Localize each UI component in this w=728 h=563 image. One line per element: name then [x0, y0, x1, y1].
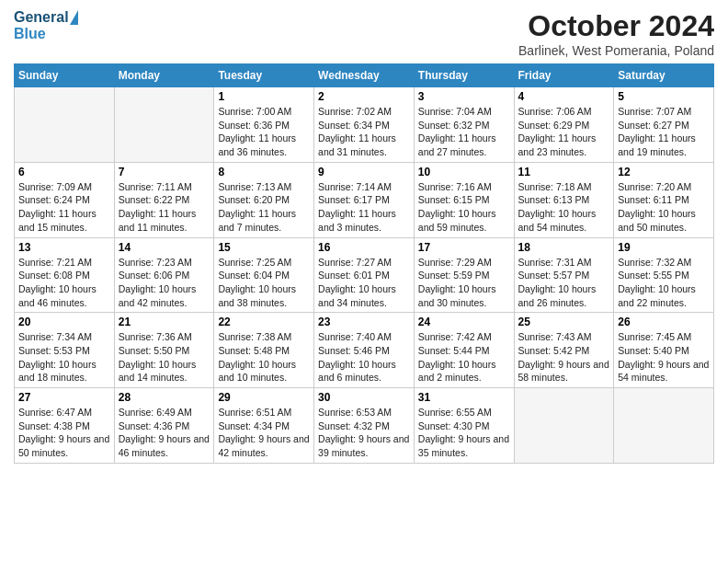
calendar-cell: [614, 388, 714, 464]
logo-general: General: [14, 9, 69, 26]
day-number: 30: [318, 391, 410, 404]
day-number: 26: [618, 316, 710, 328]
title-section: October 2024 Barlinek, West Pomerania, P…: [518, 9, 714, 58]
day-number: 18: [518, 241, 610, 254]
calendar-cell: 7Sunrise: 7:11 AM Sunset: 6:22 PM Daylig…: [114, 162, 214, 237]
day-info: Sunrise: 7:25 AM Sunset: 6:04 PM Dayligh…: [218, 256, 310, 310]
logo-triangle-icon: [70, 10, 78, 25]
weekday-header-saturday: Saturday: [614, 64, 714, 87]
day-info: Sunrise: 7:29 AM Sunset: 5:59 PM Dayligh…: [418, 256, 510, 310]
day-number: 10: [418, 166, 510, 178]
day-info: Sunrise: 7:34 AM Sunset: 5:53 PM Dayligh…: [18, 330, 110, 385]
calendar-cell: [15, 87, 115, 163]
calendar-cell: [114, 87, 214, 163]
day-info: Sunrise: 7:14 AM Sunset: 6:17 PM Dayligh…: [318, 180, 410, 235]
calendar-cell: 13Sunrise: 7:21 AM Sunset: 6:08 PM Dayli…: [15, 237, 115, 313]
day-number: 3: [418, 90, 510, 103]
day-info: Sunrise: 7:02 AM Sunset: 6:34 PM Dayligh…: [318, 105, 410, 159]
calendar-week-3: 13Sunrise: 7:21 AM Sunset: 6:08 PM Dayli…: [15, 237, 714, 313]
calendar-cell: 25Sunrise: 7:43 AM Sunset: 5:42 PM Dayli…: [514, 313, 614, 388]
day-info: Sunrise: 7:09 AM Sunset: 6:24 PM Dayligh…: [18, 180, 110, 235]
day-info: Sunrise: 7:00 AM Sunset: 6:36 PM Dayligh…: [218, 105, 310, 159]
day-number: 14: [119, 241, 210, 254]
calendar-cell: 2Sunrise: 7:02 AM Sunset: 6:34 PM Daylig…: [314, 87, 415, 163]
calendar-week-2: 6Sunrise: 7:09 AM Sunset: 6:24 PM Daylig…: [15, 162, 714, 237]
calendar-cell: 4Sunrise: 7:06 AM Sunset: 6:29 PM Daylig…: [514, 87, 614, 163]
day-number: 1: [218, 90, 310, 103]
calendar-cell: 10Sunrise: 7:16 AM Sunset: 6:15 PM Dayli…: [414, 162, 514, 237]
day-number: 8: [218, 166, 310, 178]
calendar-cell: 23Sunrise: 7:40 AM Sunset: 5:46 PM Dayli…: [314, 313, 415, 388]
day-info: Sunrise: 7:13 AM Sunset: 6:20 PM Dayligh…: [218, 180, 310, 235]
day-info: Sunrise: 7:27 AM Sunset: 6:01 PM Dayligh…: [318, 256, 410, 310]
day-info: Sunrise: 7:38 AM Sunset: 5:48 PM Dayligh…: [218, 330, 310, 385]
calendar-cell: 15Sunrise: 7:25 AM Sunset: 6:04 PM Dayli…: [214, 237, 314, 313]
day-number: 4: [518, 90, 610, 103]
calendar-cell: 12Sunrise: 7:20 AM Sunset: 6:11 PM Dayli…: [614, 162, 714, 237]
day-info: Sunrise: 6:55 AM Sunset: 4:30 PM Dayligh…: [418, 406, 510, 460]
day-info: Sunrise: 6:53 AM Sunset: 4:32 PM Dayligh…: [318, 406, 410, 460]
calendar-cell: 11Sunrise: 7:18 AM Sunset: 6:13 PM Dayli…: [514, 162, 614, 237]
calendar-cell: 17Sunrise: 7:29 AM Sunset: 5:59 PM Dayli…: [414, 237, 514, 313]
weekday-header-friday: Friday: [514, 64, 614, 87]
calendar-table: SundayMondayTuesdayWednesdayThursdayFrid…: [14, 63, 714, 464]
day-number: 11: [518, 166, 610, 178]
day-info: Sunrise: 7:42 AM Sunset: 5:44 PM Dayligh…: [418, 330, 510, 385]
day-info: Sunrise: 7:20 AM Sunset: 6:11 PM Dayligh…: [618, 180, 710, 235]
calendar-cell: 26Sunrise: 7:45 AM Sunset: 5:40 PM Dayli…: [614, 313, 714, 388]
month-title: October 2024: [518, 9, 714, 43]
day-info: Sunrise: 7:16 AM Sunset: 6:15 PM Dayligh…: [418, 180, 510, 235]
day-number: 19: [618, 241, 710, 254]
day-info: Sunrise: 7:32 AM Sunset: 5:55 PM Dayligh…: [618, 256, 710, 310]
day-info: Sunrise: 7:40 AM Sunset: 5:46 PM Dayligh…: [318, 330, 410, 385]
day-number: 13: [18, 241, 110, 254]
day-number: 29: [218, 391, 310, 404]
calendar-week-1: 1Sunrise: 7:00 AM Sunset: 6:36 PM Daylig…: [15, 87, 714, 163]
day-number: 24: [418, 316, 510, 328]
weekday-header-tuesday: Tuesday: [214, 64, 314, 87]
day-info: Sunrise: 7:36 AM Sunset: 5:50 PM Dayligh…: [119, 330, 210, 385]
day-number: 6: [18, 166, 110, 178]
day-number: 22: [218, 316, 310, 328]
calendar-cell: 24Sunrise: 7:42 AM Sunset: 5:44 PM Dayli…: [414, 313, 514, 388]
day-number: 23: [318, 316, 410, 328]
day-info: Sunrise: 7:21 AM Sunset: 6:08 PM Dayligh…: [18, 256, 110, 310]
logo-blue: Blue: [14, 26, 46, 41]
day-info: Sunrise: 7:07 AM Sunset: 6:27 PM Dayligh…: [618, 105, 710, 159]
weekday-header-wednesday: Wednesday: [314, 64, 415, 87]
weekday-header-thursday: Thursday: [414, 64, 514, 87]
calendar-cell: 16Sunrise: 7:27 AM Sunset: 6:01 PM Dayli…: [314, 237, 415, 313]
day-info: Sunrise: 6:49 AM Sunset: 4:36 PM Dayligh…: [119, 406, 210, 460]
day-number: 15: [218, 241, 310, 254]
calendar-cell: 18Sunrise: 7:31 AM Sunset: 5:57 PM Dayli…: [514, 237, 614, 313]
calendar-cell: 3Sunrise: 7:04 AM Sunset: 6:32 PM Daylig…: [414, 87, 514, 163]
calendar-cell: 5Sunrise: 7:07 AM Sunset: 6:27 PM Daylig…: [614, 87, 714, 163]
calendar-cell: [514, 388, 614, 464]
day-number: 20: [18, 316, 110, 328]
day-number: 9: [318, 166, 410, 178]
calendar-cell: 1Sunrise: 7:00 AM Sunset: 6:36 PM Daylig…: [214, 87, 314, 163]
page-header: General Blue October 2024 Barlinek, West…: [14, 9, 714, 58]
calendar-cell: 19Sunrise: 7:32 AM Sunset: 5:55 PM Dayli…: [614, 237, 714, 313]
calendar-cell: 31Sunrise: 6:55 AM Sunset: 4:30 PM Dayli…: [414, 388, 514, 464]
location-subtitle: Barlinek, West Pomerania, Poland: [518, 43, 714, 58]
logo: General Blue: [14, 9, 78, 42]
day-number: 28: [119, 391, 210, 404]
calendar-cell: 27Sunrise: 6:47 AM Sunset: 4:38 PM Dayli…: [15, 388, 115, 464]
calendar-cell: 30Sunrise: 6:53 AM Sunset: 4:32 PM Dayli…: [314, 388, 415, 464]
day-info: Sunrise: 7:43 AM Sunset: 5:42 PM Dayligh…: [518, 330, 610, 385]
day-info: Sunrise: 7:04 AM Sunset: 6:32 PM Dayligh…: [418, 105, 510, 159]
day-number: 21: [119, 316, 210, 328]
calendar-cell: 28Sunrise: 6:49 AM Sunset: 4:36 PM Dayli…: [114, 388, 214, 464]
day-number: 16: [318, 241, 410, 254]
calendar-cell: 9Sunrise: 7:14 AM Sunset: 6:17 PM Daylig…: [314, 162, 415, 237]
day-info: Sunrise: 7:06 AM Sunset: 6:29 PM Dayligh…: [518, 105, 610, 159]
calendar-cell: 21Sunrise: 7:36 AM Sunset: 5:50 PM Dayli…: [114, 313, 214, 388]
day-info: Sunrise: 7:23 AM Sunset: 6:06 PM Dayligh…: [119, 256, 210, 310]
calendar-week-5: 27Sunrise: 6:47 AM Sunset: 4:38 PM Dayli…: [15, 388, 714, 464]
day-number: 25: [518, 316, 610, 328]
day-number: 27: [18, 391, 110, 404]
calendar-cell: 22Sunrise: 7:38 AM Sunset: 5:48 PM Dayli…: [214, 313, 314, 388]
calendar-cell: 20Sunrise: 7:34 AM Sunset: 5:53 PM Dayli…: [15, 313, 115, 388]
day-info: Sunrise: 6:51 AM Sunset: 4:34 PM Dayligh…: [218, 406, 310, 460]
